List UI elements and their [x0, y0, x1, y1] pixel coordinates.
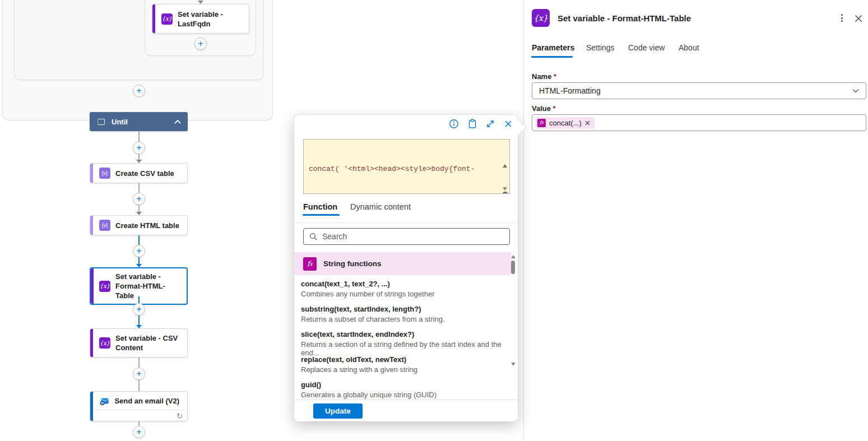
function-item-guid[interactable]: guid() Generates a globally unique strin…	[301, 380, 503, 399]
function-item-substring[interactable]: substring(text, startIndex, length?) Ret…	[301, 305, 503, 323]
info-icon[interactable]	[449, 119, 459, 129]
expression-token-label: concat(...)	[549, 119, 582, 127]
connector-selected	[138, 257, 140, 264]
fx-icon: fx	[303, 257, 317, 271]
panel-divider	[523, 0, 524, 441]
node-until-loop[interactable]: Until	[90, 112, 188, 131]
active-tab-underline	[531, 56, 573, 58]
function-search[interactable]	[303, 228, 510, 245]
set-variable-icon: {x}	[99, 337, 110, 349]
popup-footer: Update	[294, 400, 518, 421]
tab-parameters[interactable]: Parameters	[532, 43, 574, 52]
function-description: Combines any number of strings together	[301, 290, 503, 298]
insert-step-button[interactable]: +	[133, 303, 145, 315]
tab-settings[interactable]: Settings	[586, 43, 615, 52]
function-signature: concat(text_1, text_2?, ...)	[301, 280, 503, 288]
fx-icon: fx	[537, 119, 546, 127]
connector	[138, 205, 140, 212]
function-description: Replaces a string with a given string	[301, 365, 503, 374]
outlook-icon	[99, 396, 109, 407]
node-accent-bar	[90, 164, 93, 183]
function-signature: slice(text, startIndex, endIndex?)	[301, 330, 503, 338]
node-create-csv-table[interactable]: {v} Create CSV table	[90, 163, 188, 183]
insert-step-button[interactable]: +	[133, 85, 145, 97]
category-string-functions[interactable]: fx String functions	[294, 252, 511, 275]
chevron-up-icon[interactable]	[174, 120, 181, 124]
value-input[interactable]: fx concat(...)	[532, 114, 866, 131]
scrollbar-thumb[interactable]	[511, 261, 515, 274]
connector-selected	[138, 235, 140, 245]
scroll-up-arrow[interactable]	[511, 255, 516, 258]
function-item-concat[interactable]: concat(text_1, text_2?, ...) Combines an…	[301, 280, 503, 298]
code-scrollbar[interactable]	[501, 140, 509, 193]
insert-step-button[interactable]: +	[133, 426, 145, 438]
connector	[138, 380, 140, 391]
function-list-scrollbar[interactable]	[509, 254, 517, 398]
function-signature: substring(text, startIndex, length?)	[301, 305, 503, 313]
expand-icon[interactable]	[485, 119, 495, 129]
function-item-replace[interactable]: replace(text, oldText, newText) Replaces…	[301, 355, 503, 374]
node-set-variable-lastfqdn[interactable]: {x} Set variable - LastFqdn	[152, 4, 249, 34]
node-create-html-table[interactable]: {v} Create HTML table	[90, 215, 188, 235]
connector	[138, 358, 140, 368]
connector-selected	[138, 296, 140, 303]
required-asterisk: *	[554, 72, 556, 81]
node-accent-bar	[90, 216, 93, 235]
insert-step-button[interactable]: +	[133, 193, 145, 205]
more-options-icon[interactable]	[838, 14, 846, 23]
data-operation-icon: {v}	[99, 220, 110, 231]
scrollbar-thumb[interactable]	[503, 192, 508, 194]
node-title: Set variable - LastFqdn	[178, 10, 244, 29]
scroll-up-arrow[interactable]	[503, 164, 507, 168]
tab-dynamic-content[interactable]: Dynamic content	[350, 202, 411, 211]
panel-title: Set variable - Format-HTML-Table	[558, 13, 691, 23]
set-variable-icon: {x}	[532, 9, 550, 27]
set-variable-icon: {x}	[99, 281, 110, 292]
connector	[138, 131, 140, 142]
value-label: Value *	[532, 104, 556, 113]
node-set-variable-csv-content[interactable]: {x} Set variable - CSV Content	[90, 328, 188, 358]
node-accent-bar	[91, 268, 94, 304]
tab-about[interactable]: About	[679, 43, 699, 52]
search-icon	[309, 233, 318, 241]
node-title: Create CSV table	[115, 169, 183, 178]
close-icon[interactable]	[853, 13, 864, 24]
insert-step-button[interactable]: +	[133, 142, 145, 154]
node-title: Create HTML table	[115, 221, 183, 230]
name-combobox[interactable]: HTML-Formatting	[532, 82, 866, 99]
connector	[138, 421, 140, 426]
function-signature: guid()	[301, 380, 503, 389]
tab-code-view[interactable]: Code view	[628, 43, 665, 52]
name-value: HTML-Formatting	[539, 86, 601, 95]
copy-icon[interactable]	[467, 119, 477, 129]
scroll-down-arrow[interactable]	[503, 187, 507, 191]
insert-step-button[interactable]: +	[133, 368, 145, 380]
search-input[interactable]	[322, 232, 504, 241]
connector-selected	[138, 315, 140, 325]
remove-token-icon[interactable]	[585, 120, 590, 126]
node-accent-bar	[90, 392, 93, 421]
function-description: Returns a subset of characters from a st…	[301, 315, 503, 323]
power-automate-designer: {x} Set variable - LastFqdn + + Until + …	[0, 0, 868, 441]
expression-token-pill[interactable]: fx concat(...)	[536, 117, 595, 129]
insert-step-button[interactable]: +	[194, 38, 207, 50]
node-title: Send an email (V2)	[114, 396, 183, 406]
set-variable-icon: {x}	[161, 13, 173, 25]
tab-function[interactable]: Function	[303, 202, 337, 211]
insert-step-button[interactable]: +	[133, 245, 145, 257]
function-description: Generates a globally unique string (GUID…	[301, 391, 503, 399]
data-operation-icon: {v}	[99, 168, 110, 179]
until-loop-icon	[98, 119, 105, 125]
expression-editor-popup: concat( '<html><head><style>body{font- f…	[294, 114, 518, 421]
node-accent-bar	[90, 329, 93, 357]
update-button[interactable]: Update	[313, 403, 363, 419]
until-label: Until	[112, 118, 168, 126]
function-description: Returns a section of a string defined by…	[301, 340, 503, 357]
category-label: String functions	[323, 259, 382, 268]
expression-code-editor[interactable]: concat( '<html><head><style>body{font- f…	[303, 139, 510, 194]
function-item-slice[interactable]: slice(text, startIndex, endIndex?) Retur…	[301, 330, 503, 357]
scroll-down-arrow[interactable]	[511, 363, 516, 366]
node-send-an-email[interactable]: Send an email (V2) ↻	[90, 391, 188, 421]
connection-icon[interactable]: ↻	[177, 412, 183, 420]
chevron-down-icon[interactable]	[852, 89, 859, 93]
